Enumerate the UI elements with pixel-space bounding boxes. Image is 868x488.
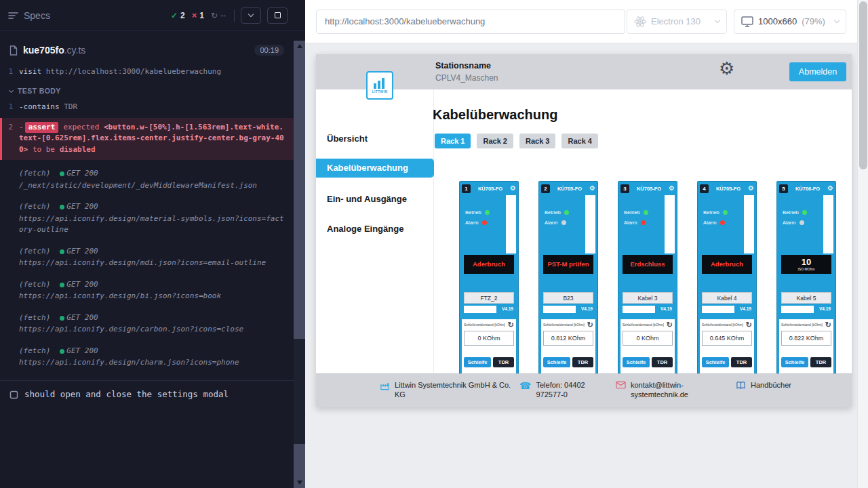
footer-phone[interactable]: ☎ Telefon: 04402 972577-0: [519, 380, 604, 400]
alarm-led: [720, 220, 725, 225]
log-visit-command[interactable]: 1 visit http://localhost:3000/kabelueber…: [0, 64, 294, 80]
command-arg: http://localhost:3000/kabelueberwachung: [46, 67, 221, 76]
betrieb-led: [564, 210, 569, 215]
spec-title-row[interactable]: kue705fo .cy.ts 00:19: [0, 40, 294, 60]
log-fetch-entry[interactable]: (fetch) GET 200 https://api.iconify.desi…: [0, 244, 294, 271]
check-icon: ✓: [171, 11, 178, 20]
log-fetch-entry[interactable]: (fetch) GET 200 https://api.iconify.desi…: [0, 199, 294, 238]
tdr-button[interactable]: TDR: [810, 357, 831, 367]
scroll-up-icon[interactable]: [297, 44, 302, 48]
schleife-button[interactable]: Schleife: [464, 357, 491, 367]
footer-company[interactable]: Littwin Systemtechnik GmbH & Co. KG: [380, 380, 511, 400]
schleife-button[interactable]: Schleife: [781, 357, 808, 367]
electron-icon: [634, 16, 646, 28]
scrollbar-thumb[interactable]: [294, 339, 305, 444]
resistance-value: 0.812 KOhm: [543, 331, 593, 346]
refresh-icon[interactable]: ↻: [746, 321, 752, 328]
measurement-panel: Schleifenwiderstand [kOhm] ↻ 0.822 KOhm …: [779, 319, 833, 382]
test-body-section[interactable]: TEST BODY: [0, 80, 294, 100]
scroll-down-icon[interactable]: [297, 481, 302, 485]
station-label: Stationsname: [435, 61, 491, 70]
tdr-button[interactable]: TDR: [652, 357, 673, 367]
fetch-url: https://api.iconify.design/charm.json?ic…: [19, 357, 285, 369]
logout-button[interactable]: Abmelden: [789, 62, 846, 81]
fetch-url: https://api.iconify.design/carbon.json?i…: [19, 324, 285, 336]
browser-pane: http://localhost:3000/kabelueberwachung …: [305, 0, 857, 488]
settings-gear-icon[interactable]: ⚙: [719, 60, 734, 77]
log-fetch-entry[interactable]: (fetch) GET 200 https://api.iconify.desi…: [0, 310, 294, 338]
schleife-button[interactable]: Schleife: [623, 357, 650, 367]
alarm-led: [482, 220, 487, 225]
browser-select[interactable]: Electron 130: [627, 9, 727, 34]
app-footer: Littwin Systemtechnik GmbH & Co. KG ☎ Te…: [316, 373, 852, 407]
gear-icon[interactable]: ⚙: [669, 185, 675, 192]
tab-rack-4[interactable]: Rack 4: [561, 134, 597, 148]
assert-dash: -: [19, 123, 24, 131]
specs-list-icon[interactable]: [8, 12, 18, 20]
cable-name: Kabel 3: [623, 292, 673, 304]
fetch-url: /_next/static/development/_devMiddleware…: [19, 180, 285, 192]
gear-icon[interactable]: ⚙: [748, 185, 754, 192]
page-scrollbar[interactable]: [857, 0, 868, 488]
schleife-button[interactable]: Schleife: [702, 357, 729, 367]
tab-rack-3[interactable]: Rack 3: [519, 134, 555, 148]
chevron-down-icon: [9, 88, 14, 93]
refresh-icon[interactable]: ↻: [587, 321, 593, 328]
phone-icon: ☎: [519, 381, 531, 400]
viewport-select[interactable]: 1000x660 (79%): [734, 9, 846, 34]
nav-item-analoge-eingaenge[interactable]: Analoge Eingänge: [316, 220, 434, 239]
command-name: -contains: [19, 102, 60, 111]
log-fetch-entry[interactable]: (fetch) GET 200 https://api.iconify.desi…: [0, 344, 294, 371]
gear-icon[interactable]: ⚙: [827, 185, 833, 192]
status-display: Erdschluss: [623, 255, 673, 274]
card-display: [665, 195, 675, 253]
gear-icon[interactable]: ⚙: [589, 185, 595, 192]
refresh-icon[interactable]: ↻: [508, 321, 514, 328]
stop-button[interactable]: [267, 7, 288, 24]
refresh-icon[interactable]: ↻: [825, 321, 831, 328]
nav-item-kabelueberwachung[interactable]: Kabelüberwachung: [316, 159, 434, 178]
url-input[interactable]: http://localhost:3000/kabelueberwachung: [316, 9, 625, 34]
betrieb-label: Betrieb: [465, 209, 481, 216]
nav-item-ein-ausgaenge[interactable]: Ein- und Ausgänge: [316, 190, 434, 209]
tdr-button[interactable]: TDR: [731, 357, 752, 367]
version-field: [543, 306, 576, 313]
refresh-icon[interactable]: ↻: [667, 321, 673, 328]
card-display: [585, 195, 595, 253]
device-card-3: 3 KÜ705-FO ⚙ Betrieb Alarm Erdschluss Ka…: [618, 181, 677, 384]
assert-tobe: to be: [33, 145, 55, 154]
chevron-down-icon: [248, 12, 254, 17]
collapse-button[interactable]: [241, 7, 261, 24]
log-fetch-entry[interactable]: (fetch) GET 200 /_next/static/developmen…: [0, 166, 294, 193]
next-test-row[interactable]: should open and close the settings modal: [0, 380, 294, 409]
specs-label[interactable]: Specs: [24, 10, 50, 21]
card-number: 4: [700, 184, 709, 193]
status-unit: ISO MOhm: [797, 267, 814, 271]
sidebar-scrollbar[interactable]: [294, 41, 305, 488]
schleife-button[interactable]: Schleife: [543, 357, 570, 367]
log-fetch-entry[interactable]: (fetch) GET 200 https://api.iconify.desi…: [0, 277, 294, 304]
chevron-down-icon: [834, 18, 840, 23]
footer-email[interactable]: kontakt@littwin-systemtechnik.de: [616, 380, 717, 400]
device-card-2: 2 KÜ705-FO ⚙ Betrieb Alarm PST-M prüfen …: [538, 181, 598, 384]
nav-item-uebersicht[interactable]: Übersicht: [316, 129, 434, 148]
assert-state: disabled: [60, 145, 96, 154]
alarm-label: Alarm: [465, 220, 479, 226]
tab-rack-1[interactable]: Rack 1: [435, 134, 471, 148]
gear-icon[interactable]: ⚙: [510, 185, 516, 192]
passed-count: ✓ 2: [171, 11, 185, 20]
log-contains-command[interactable]: 1 -contains TDR: [0, 100, 294, 115]
divider: [234, 9, 235, 22]
footer-manuals[interactable]: Handbücher: [736, 380, 791, 390]
tdr-button[interactable]: TDR: [572, 357, 593, 367]
tab-rack-2[interactable]: Rack 2: [477, 134, 513, 148]
monitor-icon: [741, 16, 753, 27]
card-number: 2: [541, 184, 550, 193]
measurement-panel: Schleifenwiderstand [kOhm] ↻ 0 KOhm Schl…: [462, 319, 516, 382]
device-cards: 1 KÜ705-FO ⚙ Betrieb Alarm Aderbruch FTZ…: [459, 181, 836, 384]
version-field: [781, 306, 814, 313]
log-assert-failed[interactable]: 2 -assertexpected <button.w-[50%].h-[1.5…: [0, 118, 294, 161]
tdr-button[interactable]: TDR: [493, 357, 514, 367]
scrollbar-thumb[interactable]: [859, 1, 867, 169]
chevron-down-icon: [715, 18, 720, 23]
